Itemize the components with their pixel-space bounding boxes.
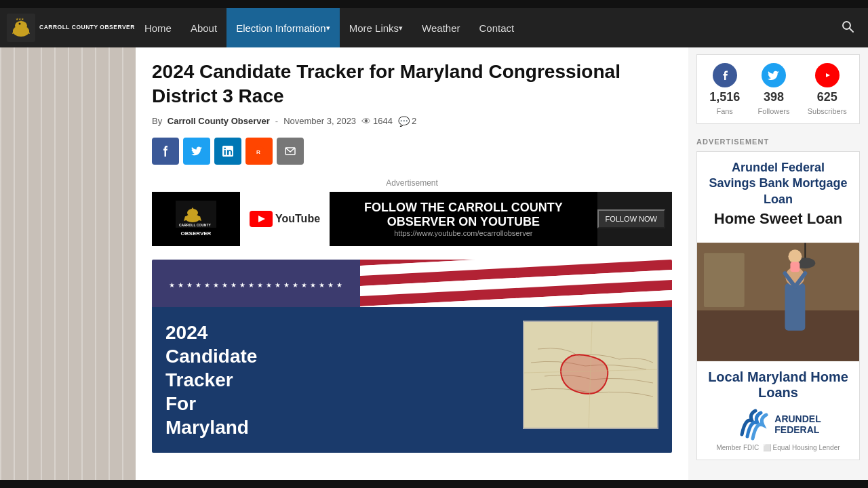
twitter-icon (762, 63, 786, 87)
nav-contact[interactable]: Contact (469, 8, 524, 47)
site-logo[interactable]: ★★★ Carroll County Observer (7, 14, 135, 42)
search-icon[interactable] (834, 13, 861, 43)
ad-banner-url: https://www.youtube.com/ecarrollobserver (394, 229, 532, 237)
sidebar-ad-bank-name: Arundel Federal Savings Bank Mortgage Lo… (707, 160, 849, 207)
nav-about[interactable]: About (181, 8, 226, 47)
ad-banner-headline: FOLLOW THE CARROLL COUNTY OBSERVER ON YO… (330, 201, 597, 229)
twitter-label: Followers (757, 107, 789, 115)
views-icon: 👁 (361, 116, 371, 127)
share-buttons: R (152, 138, 672, 165)
facebook-count: 1,516 (709, 90, 740, 104)
ad-label: Advertisement (152, 178, 672, 188)
article-comments: 💬 2 (398, 116, 416, 127)
fair-housing-text: Member FDIC ⬜ Equal Housing Lender (707, 444, 849, 451)
svg-rect-32 (785, 283, 805, 331)
youtube-label: Subscribers (808, 107, 847, 115)
youtube-play-icon (250, 211, 273, 227)
svg-line-9 (850, 28, 853, 32)
svg-text:R: R (256, 149, 260, 155)
sidebar-ad-subtitle: Local Maryland Home Loans (707, 369, 849, 401)
arundel-logo-text: ARUNDELFEDERAL (774, 413, 821, 435)
map-svg (524, 322, 658, 429)
eagle-icon: ★★★ (7, 14, 35, 42)
facebook-label: Fans (716, 107, 732, 115)
bottom-bar (0, 480, 868, 488)
share-twitter[interactable] (183, 138, 210, 165)
share-linkedin[interactable] (214, 138, 241, 165)
svg-rect-29 (704, 253, 745, 307)
facebook-stat[interactable]: 1,516 Fans (709, 63, 740, 115)
left-spacer (0, 47, 136, 488)
youtube-stat[interactable]: 625 Subscribers (808, 63, 847, 115)
svg-text:CARROLL COUNTY: CARROLL COUNTY (179, 223, 212, 227)
ad-banner[interactable]: CARROLL COUNTY OBSERVER YouTube FOLLOW T… (152, 192, 672, 246)
comments-icon: 💬 (398, 116, 410, 127)
sidebar-ad-image (697, 243, 859, 361)
share-facebook[interactable] (152, 138, 179, 165)
navigation: ★★★ Carroll County Observer Home About E… (0, 8, 868, 47)
svg-point-34 (788, 249, 802, 263)
nav-more-links[interactable]: More Links (340, 8, 412, 47)
flag-canton: ★★★★★ ★★★★★ ★★★★★ ★★★★★ (152, 260, 360, 310)
nav-election-info[interactable]: Election Information (226, 8, 340, 47)
sidebar-ad-bottom: Local Maryland Home Loans ARUNDELFEDERAL… (697, 361, 859, 460)
nav-home[interactable]: Home (135, 8, 181, 47)
ad-illustration (697, 243, 859, 361)
social-stats: 1,516 Fans 398 Followers (696, 54, 860, 124)
sidebar-ad[interactable]: Arundel Federal Savings Bank Mortgage Lo… (696, 151, 860, 460)
sidebar-ad-tagline: Home Sweet Loan (707, 210, 849, 228)
share-reddit[interactable]: R (245, 138, 273, 165)
ad-banner-logo: CARROLL COUNTY OBSERVER (152, 192, 240, 246)
svg-point-6 (19, 23, 21, 25)
feature-inner: 2024 Candidate Tracker For Maryland (152, 307, 672, 453)
sidebar-ad-logo-section: ARUNDELFEDERAL (707, 407, 849, 441)
twitter-stat[interactable]: 398 Followers (757, 63, 789, 115)
nav-weather[interactable]: Weather (412, 8, 469, 47)
map-image (524, 322, 657, 428)
sidebar: 1,516 Fans 398 Followers (688, 47, 868, 488)
logo-text: Carroll County Observer (39, 24, 135, 31)
sidebar-ad-top: Arundel Federal Savings Bank Mortgage Lo… (697, 152, 859, 243)
article-views: 👁 1644 (361, 116, 393, 127)
ad-banner-content: FOLLOW THE CARROLL COUNTY OBSERVER ON YO… (330, 192, 597, 246)
facebook-icon (713, 63, 737, 87)
main-content: 2024 Candidate Tracker for Maryland Cong… (136, 47, 688, 488)
youtube-count: 625 (817, 90, 837, 104)
nav-menu: Home About Election Information More Lin… (135, 8, 524, 47)
arundel-logo-icon (735, 407, 769, 441)
article-date: November 3, 2023 (283, 116, 356, 126)
feature-title: 2024 Candidate Tracker For Maryland (165, 321, 509, 439)
cco-ad-logo: CARROLL COUNTY (176, 201, 216, 228)
feature-map (523, 321, 658, 429)
svg-rect-35 (790, 262, 800, 272)
article-meta: By Carroll County Observer - November 3,… (152, 116, 672, 127)
feature-image: ★★★★★ ★★★★★ ★★★★★ ★★★★★ 2024 Candidate T… (152, 260, 672, 453)
article-author[interactable]: Carroll County Observer (167, 116, 270, 126)
share-email[interactable] (277, 138, 304, 165)
youtube-label: YouTube (275, 213, 320, 225)
article-byline: By Carroll County Observer (152, 116, 270, 126)
article-title: 2024 Candidate Tracker for Maryland Cong… (152, 60, 672, 109)
ad-follow-button[interactable]: FOLLOW NOW (597, 209, 665, 228)
top-bar (0, 0, 868, 8)
youtube-icon (815, 63, 840, 87)
twitter-count: 398 (764, 90, 784, 104)
svg-text:★★★: ★★★ (16, 17, 24, 21)
page-layout: 2024 Candidate Tracker for Maryland Cong… (0, 47, 868, 488)
sidebar-ad-label: ADVERTISEMENT (696, 138, 860, 146)
svg-rect-28 (697, 310, 859, 361)
